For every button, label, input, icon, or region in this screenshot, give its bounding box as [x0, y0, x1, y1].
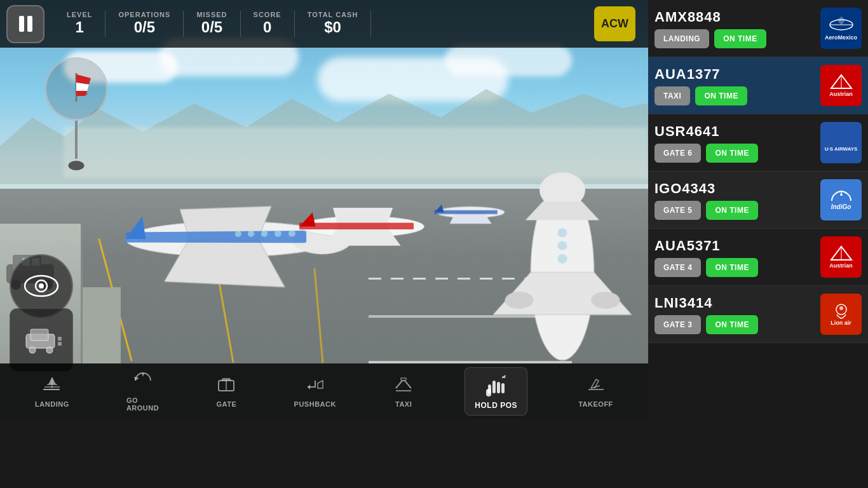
- hud-cash: TOTAL CASH $0: [295, 11, 372, 37]
- austrian-plane[interactable]: [290, 198, 435, 257]
- svg-rect-19: [435, 210, 498, 214]
- pushback-label: PUSHBACK: [294, 400, 336, 408]
- action-btn-usr4641[interactable]: GATE 6: [654, 144, 701, 163]
- flight-number-igo4343: IGO4343: [654, 180, 820, 197]
- airline-logo-aua5371: Austrian: [820, 236, 862, 278]
- svg-marker-51: [142, 373, 144, 377]
- score-value: 0: [263, 18, 271, 37]
- status-btn-usr4641[interactable]: ON TIME: [706, 144, 758, 163]
- action-go-around[interactable]: GOAROUND: [120, 369, 165, 415]
- status-btn-aua1377[interactable]: ON TIME: [695, 86, 747, 105]
- svg-marker-49: [48, 377, 56, 384]
- flight-list: AMX8848 LANDING ON TIME AeroMexico AUA13…: [648, 0, 868, 343]
- terminal-mid: [83, 287, 121, 363]
- score-label: SCORE: [254, 11, 281, 18]
- flight-number-aua1377: AUA1377: [654, 66, 820, 83]
- action-bar: LANDING GOAROUND GATE PUSHBACK TAXI: [0, 363, 648, 419]
- svg-point-42: [39, 283, 44, 288]
- takeoff-icon: [586, 376, 606, 398]
- snow-ground: [64, 127, 648, 178]
- hud-level: LEVEL 1: [54, 11, 105, 37]
- flight-info-aua1377: AUA1377 TAXI ON TIME: [654, 66, 820, 105]
- hud-bar: LEVEL 1 OPERATIONS 0/5 MISSED 0/5 SCORE …: [0, 0, 648, 48]
- cash-value: $0: [324, 18, 341, 37]
- flight-card-igo4343[interactable]: IGO4343 GATE 5 ON TIME IndiGo: [648, 172, 868, 229]
- action-btn-amx8848[interactable]: LANDING: [654, 29, 709, 48]
- flight-card-usr4641[interactable]: USR4641 GATE 6 ON TIME U·S AIRWAYS: [648, 114, 868, 172]
- svg-point-26: [557, 228, 567, 237]
- flight-card-lni3414[interactable]: LNI3414 GATE 3 ON TIME Lion air: [648, 286, 868, 343]
- taxi-icon: [393, 376, 414, 398]
- cash-label: TOTAL CASH: [308, 11, 358, 18]
- action-gate[interactable]: GATE: [210, 372, 243, 411]
- operations-value: 0/5: [134, 18, 155, 37]
- go-around-label: GOAROUND: [126, 396, 159, 412]
- hud-score: SCORE 0: [241, 11, 295, 37]
- airline-logo-igo4343: IndiGo: [820, 179, 862, 220]
- action-landing[interactable]: LANDING: [29, 372, 76, 411]
- gate-icon: [216, 376, 236, 398]
- operations-label: OPERATIONS: [118, 11, 170, 18]
- pause-bar-left: [19, 16, 24, 32]
- flight-number-usr4641: USR4641: [654, 123, 820, 140]
- action-btn-igo4343[interactable]: GATE 5: [654, 201, 701, 220]
- svg-rect-48: [58, 342, 62, 346]
- flight-card-amx8848[interactable]: AMX8848 LANDING ON TIME AeroMexico: [648, 0, 868, 57]
- action-btn-lni3414[interactable]: GATE 3: [654, 315, 701, 334]
- svg-point-46: [46, 347, 53, 353]
- svg-rect-59: [501, 383, 505, 393]
- wind-sock: [44, 57, 108, 121]
- flight-info-lni3414: LNI3414 GATE 3 ON TIME: [654, 295, 820, 334]
- svg-rect-60: [486, 389, 491, 396]
- pushback-icon: [305, 376, 325, 398]
- foreground-plane[interactable]: [486, 172, 639, 379]
- flight-buttons-amx8848: LANDING ON TIME: [654, 29, 820, 48]
- missed-label: MISSED: [196, 11, 227, 18]
- action-btn-aua1377[interactable]: TAXI: [654, 86, 690, 105]
- pause-bar-right: [27, 16, 32, 32]
- gate-label: GATE: [217, 400, 237, 408]
- acw-label: ACW: [601, 17, 628, 30]
- status-btn-igo4343[interactable]: ON TIME: [706, 201, 758, 220]
- svg-point-45: [29, 347, 36, 353]
- action-pushback[interactable]: PUSHBACK: [288, 372, 342, 411]
- airline-logo-usr4641: U·S AIRWAYS: [820, 122, 862, 163]
- svg-marker-54: [308, 384, 310, 390]
- wind-sock-base: [69, 161, 85, 170]
- status-btn-lni3414[interactable]: ON TIME: [706, 315, 758, 334]
- svg-point-68: [839, 306, 843, 310]
- svg-point-27: [557, 241, 567, 250]
- status-btn-amx8848[interactable]: ON TIME: [714, 29, 766, 48]
- hold-pos-label: HOLD POS: [475, 401, 517, 410]
- pause-button[interactable]: [6, 5, 44, 43]
- vehicle-control[interactable]: [10, 308, 73, 372]
- acw-button[interactable]: ACW: [594, 6, 635, 41]
- takeoff-label: TAKEOFF: [578, 400, 613, 408]
- hud-operations: OPERATIONS 0/5: [105, 11, 184, 37]
- missed-value: 0/5: [201, 18, 222, 37]
- flight-number-lni3414: LNI3414: [654, 295, 820, 311]
- action-btn-aua5371[interactable]: GATE 4: [654, 258, 701, 277]
- status-btn-aua5371[interactable]: ON TIME: [706, 258, 758, 277]
- svg-marker-23: [526, 202, 599, 220]
- svg-point-39: [83, 92, 88, 95]
- landing-label: LANDING: [35, 400, 69, 408]
- flight-number-aua5371: AUA5371: [654, 238, 820, 254]
- flight-buttons-aua5371: GATE 4 ON TIME: [654, 258, 820, 277]
- flight-card-aua1377[interactable]: AUA1377 TAXI ON TIME Austrian: [648, 57, 868, 114]
- flight-card-aua5371[interactable]: AUA5371 GATE 4 ON TIME Austrian: [648, 229, 868, 286]
- flight-number-amx8848: AMX8848: [654, 9, 820, 25]
- hold-pos-button[interactable]: HOLD POS: [465, 367, 527, 416]
- action-taxi[interactable]: TAXI: [387, 372, 420, 411]
- cloud: [445, 44, 572, 76]
- action-takeoff[interactable]: TAKEOFF: [572, 372, 620, 411]
- airline-logo-amx8848: AeroMexico: [820, 8, 862, 49]
- go-around-icon: [133, 372, 153, 394]
- svg-rect-47: [58, 337, 62, 341]
- svg-rect-57: [492, 381, 496, 393]
- right-panel: AMX8848 LANDING ON TIME AeroMexico AUA13…: [648, 0, 868, 488]
- flight-info-amx8848: AMX8848 LANDING ON TIME: [654, 9, 820, 48]
- svg-point-28: [557, 254, 567, 264]
- flight-info-igo4343: IGO4343 GATE 5 ON TIME: [654, 180, 820, 220]
- flight-info-usr4641: USR4641 GATE 6 ON TIME: [654, 123, 820, 163]
